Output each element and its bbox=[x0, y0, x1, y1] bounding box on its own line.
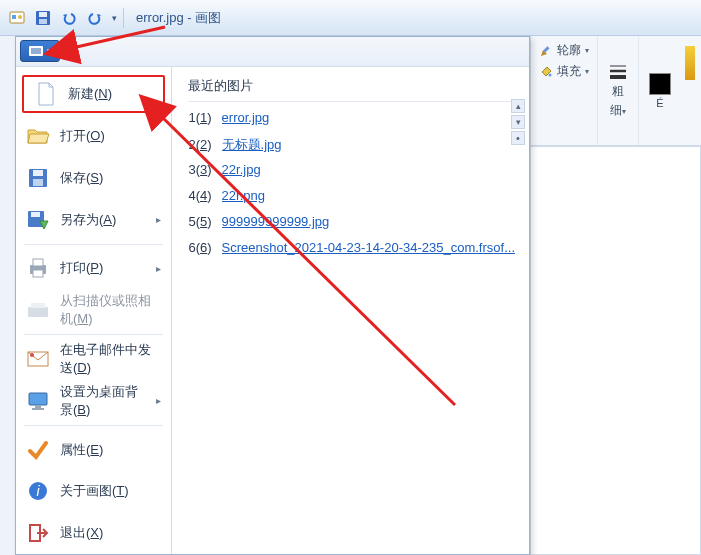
separator bbox=[24, 334, 163, 335]
menu-save-as[interactable]: 另存为(A) bbox=[16, 199, 171, 241]
scroll-more-icon[interactable]: • bbox=[511, 131, 525, 145]
thickness-icon bbox=[608, 63, 628, 81]
save-as-icon bbox=[26, 208, 50, 232]
ribbon-outline[interactable]: 轮廓▾ bbox=[539, 42, 589, 59]
color-swatch-black bbox=[649, 73, 671, 95]
menu-properties[interactable]: 属性(E) bbox=[16, 429, 171, 471]
svg-rect-17 bbox=[33, 179, 43, 186]
qat-save-icon[interactable] bbox=[32, 7, 54, 29]
qat-undo-icon[interactable] bbox=[58, 7, 80, 29]
file-menu-icon bbox=[28, 45, 44, 57]
menu-exit[interactable]: 退出(X) bbox=[16, 512, 171, 554]
new-file-icon bbox=[34, 82, 58, 106]
file-menu: 新建(N) 打开(O) 保存(S) 另存为(A) 打印(P) bbox=[15, 36, 530, 555]
svg-rect-27 bbox=[29, 393, 47, 405]
svg-rect-28 bbox=[35, 405, 41, 408]
menu-scan[interactable]: 从扫描仪或照相机(M) bbox=[16, 289, 171, 331]
pencil-icon bbox=[539, 44, 553, 58]
svg-rect-23 bbox=[28, 307, 48, 317]
qat-redo-icon[interactable] bbox=[84, 7, 106, 29]
menu-save[interactable]: 保存(S) bbox=[16, 157, 171, 199]
svg-rect-5 bbox=[39, 19, 47, 24]
printer-icon bbox=[26, 256, 50, 280]
qat-customize-caret-icon[interactable]: ▾ bbox=[112, 13, 117, 23]
file-menu-left: 新建(N) 打开(O) 保存(S) 另存为(A) 打印(P) bbox=[16, 37, 172, 554]
recent-scrollbar: ▴ ▾ • bbox=[511, 99, 525, 145]
svg-rect-22 bbox=[33, 270, 43, 277]
svg-point-26 bbox=[30, 353, 34, 357]
scanner-icon bbox=[26, 298, 50, 322]
recent-item[interactable]: 6(6) Screenshot_2021-04-23-14-20-34-235_… bbox=[188, 240, 515, 266]
scroll-up-icon[interactable]: ▴ bbox=[511, 99, 525, 113]
svg-point-7 bbox=[549, 73, 552, 76]
menu-email[interactable]: 在电子邮件中发送(D) bbox=[16, 338, 171, 380]
ribbon-fill[interactable]: 填充▾ bbox=[539, 63, 589, 80]
svg-rect-1 bbox=[12, 15, 16, 19]
info-icon: i bbox=[26, 479, 50, 503]
open-folder-icon bbox=[26, 124, 50, 148]
file-menu-recent: 最近的图片 1(1) error.jpg 2(2) 无标题.jpg 3(3) 2… bbox=[172, 37, 529, 554]
canvas[interactable] bbox=[530, 146, 701, 555]
gold-swatch bbox=[685, 46, 695, 80]
recent-item[interactable]: 5(5) 999999999999.jpg bbox=[188, 214, 515, 240]
svg-point-2 bbox=[18, 15, 22, 19]
svg-rect-16 bbox=[33, 170, 43, 176]
scroll-down-icon[interactable]: ▾ bbox=[511, 115, 525, 129]
menu-about[interactable]: i 关于画图(T) bbox=[16, 470, 171, 512]
separator bbox=[24, 425, 163, 426]
separator bbox=[24, 244, 163, 245]
desktop-icon bbox=[26, 389, 50, 413]
title-bar: ▾ error.jpg - 画图 bbox=[0, 0, 701, 36]
recent-item[interactable]: 3(3) 22r.jpg bbox=[188, 162, 515, 188]
recent-item[interactable]: 4(4) 22r.png bbox=[188, 188, 515, 214]
menu-new[interactable]: 新建(N) bbox=[22, 75, 165, 113]
email-icon bbox=[26, 347, 50, 371]
menu-print[interactable]: 打印(P) bbox=[16, 248, 171, 290]
svg-rect-29 bbox=[32, 408, 44, 410]
separator bbox=[123, 8, 124, 28]
file-menu-button[interactable]: ▾ bbox=[20, 40, 60, 62]
exit-icon bbox=[26, 521, 50, 545]
svg-rect-4 bbox=[39, 12, 47, 17]
recent-item[interactable]: 1(1) error.jpg bbox=[188, 110, 515, 136]
menu-open[interactable]: 打开(O) bbox=[16, 115, 171, 157]
recent-item[interactable]: 2(2) 无标题.jpg bbox=[188, 136, 515, 162]
recent-title: 最近的图片 bbox=[188, 77, 515, 102]
checkmark-icon bbox=[26, 438, 50, 462]
ribbon-color[interactable]: É bbox=[639, 36, 681, 145]
svg-rect-24 bbox=[31, 303, 45, 308]
ribbon-thickness[interactable]: 粗 细▾ bbox=[598, 36, 639, 145]
chevron-down-icon: ▾ bbox=[47, 46, 52, 56]
menu-wallpaper[interactable]: 设置为桌面背景(B) bbox=[16, 380, 171, 422]
window-title: error.jpg - 画图 bbox=[136, 9, 221, 27]
svg-rect-19 bbox=[31, 212, 40, 217]
save-icon bbox=[26, 166, 50, 190]
bucket-icon bbox=[539, 65, 553, 79]
svg-rect-21 bbox=[33, 259, 43, 266]
qat-app-icon[interactable] bbox=[6, 7, 28, 29]
ribbon-fragment: 轮廓▾ 填充▾ 粗 细▾ É bbox=[530, 36, 701, 146]
